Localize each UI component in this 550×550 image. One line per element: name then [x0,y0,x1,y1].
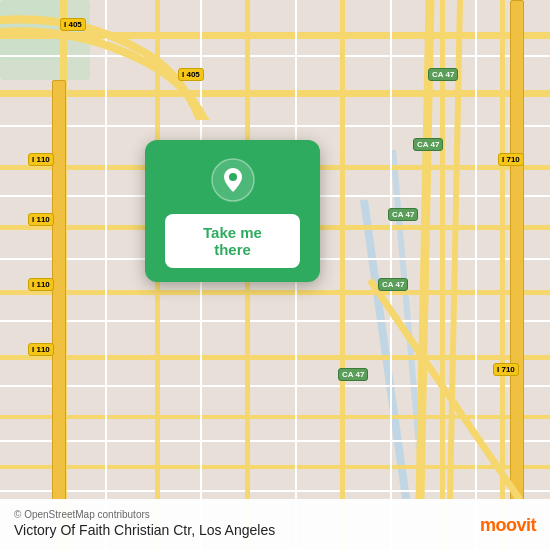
take-me-there-button[interactable]: Take me there [165,214,300,268]
map-attribution: © OpenStreetMap contributors [14,509,536,520]
overlay-card: Take me there [145,140,320,282]
moovit-logo-text: moovit [480,515,536,535]
label-i110-3: I 110 [28,278,54,291]
label-i710-2: I 710 [493,363,519,376]
label-ca47-4: CA 47 [378,278,408,291]
location-name: Victory Of Faith Christian Ctr, Los Ange… [14,522,536,538]
moovit-logo: moovit [480,515,536,536]
label-ca47-3: CA 47 [388,208,418,221]
label-ca47-5: CA 47 [338,368,368,381]
label-i405-1: I 405 [60,18,86,31]
svg-point-1 [229,173,237,181]
label-i110-1: I 110 [28,153,54,166]
bottom-info-bar: © OpenStreetMap contributors Victory Of … [0,499,550,550]
label-i110-2: I 110 [28,213,54,226]
label-i710-1: I 710 [498,153,524,166]
label-i110-4: I 110 [28,343,54,356]
label-ca47-1: CA 47 [428,68,458,81]
label-i405-2: I 405 [178,68,204,81]
pin-icon [211,158,255,202]
label-ca47-2: CA 47 [413,138,443,151]
map-container: I 405 I 405 I 110 I 110 I 110 I 110 CA 4… [0,0,550,550]
